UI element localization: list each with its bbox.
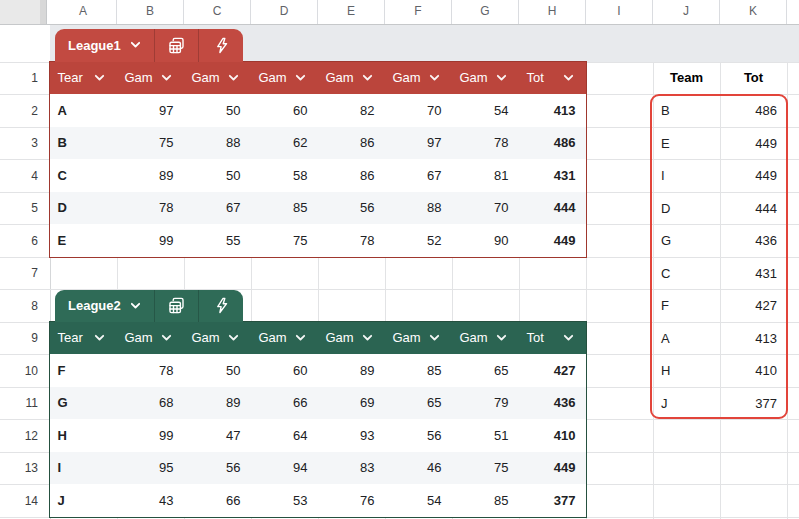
league2-col-header-6[interactable]: Gam bbox=[452, 322, 519, 355]
league2-cell-r3-c1[interactable]: 95 bbox=[117, 460, 184, 475]
row-header-14[interactable]: 14 bbox=[0, 485, 38, 518]
league2-cell-r1-c0[interactable]: G bbox=[50, 395, 117, 410]
league2-cell-r4-c2[interactable]: 66 bbox=[184, 493, 251, 508]
column-header-F[interactable]: F bbox=[385, 0, 452, 24]
league2-cell-r3-c5[interactable]: 46 bbox=[385, 460, 452, 475]
league2-cell-r0-c5[interactable]: 85 bbox=[385, 363, 452, 378]
league1-col-header-6[interactable]: Gam bbox=[452, 62, 519, 95]
summary-cell-total-4[interactable]: 436 bbox=[720, 233, 787, 248]
league2-cell-r1-c6[interactable]: 79 bbox=[452, 395, 519, 410]
league2-cell-r4-c7[interactable]: 377 bbox=[519, 493, 586, 508]
league2-cell-r2-c7[interactable]: 410 bbox=[519, 428, 586, 443]
league1-cell-r3-c5[interactable]: 88 bbox=[385, 200, 452, 215]
league1-cell-r3-c3[interactable]: 85 bbox=[251, 200, 318, 215]
league2-cell-r0-c6[interactable]: 65 bbox=[452, 363, 519, 378]
league1-cell-r2-c4[interactable]: 86 bbox=[318, 168, 385, 183]
league1-cell-r1-c7[interactable]: 486 bbox=[519, 135, 586, 150]
league2-cell-r2-c3[interactable]: 64 bbox=[251, 428, 318, 443]
league2-table-menu-button[interactable] bbox=[154, 290, 199, 323]
league2-cell-r4-c6[interactable]: 85 bbox=[452, 493, 519, 508]
league2-col-header-2[interactable]: Gam bbox=[184, 322, 251, 355]
league1-cell-r2-c5[interactable]: 67 bbox=[385, 168, 452, 183]
summary-cell-team-9[interactable]: J bbox=[653, 396, 720, 411]
league2-cell-r2-c5[interactable]: 56 bbox=[385, 428, 452, 443]
league1-cell-r3-c2[interactable]: 67 bbox=[184, 200, 251, 215]
league1-cell-r1-c2[interactable]: 88 bbox=[184, 135, 251, 150]
row-header-5[interactable]: 5 bbox=[0, 192, 38, 225]
summary-cell-total-1[interactable]: 449 bbox=[720, 136, 787, 151]
league2-cell-r1-c5[interactable]: 65 bbox=[385, 395, 452, 410]
column-header-B[interactable]: B bbox=[117, 0, 184, 24]
league2-col-header-4[interactable]: Gam bbox=[318, 322, 385, 355]
league1-cell-r2-c3[interactable]: 58 bbox=[251, 168, 318, 183]
league1-cell-r2-c0[interactable]: C bbox=[50, 168, 117, 183]
summary-cell-team-7[interactable]: A bbox=[653, 331, 720, 346]
league2-col-header-5[interactable]: Gam bbox=[385, 322, 452, 355]
summary-cell-team-2[interactable]: I bbox=[653, 168, 720, 183]
row-header-11[interactable]: 11 bbox=[0, 387, 38, 420]
league1-cell-r3-c7[interactable]: 444 bbox=[519, 200, 586, 215]
league2-cell-r4-c1[interactable]: 43 bbox=[117, 493, 184, 508]
league2-cell-r2-c2[interactable]: 47 bbox=[184, 428, 251, 443]
summary-cell-team-6[interactable]: F bbox=[653, 298, 720, 313]
summary-cell-total-6[interactable]: 427 bbox=[720, 298, 787, 313]
column-header-G[interactable]: G bbox=[452, 0, 519, 24]
summary-cell-total-5[interactable]: 431 bbox=[720, 266, 787, 281]
league1-cell-r3-c0[interactable]: D bbox=[50, 200, 117, 215]
league2-flash-button[interactable] bbox=[198, 290, 243, 323]
league1-cell-r4-c1[interactable]: 99 bbox=[117, 233, 184, 248]
league1-cell-r4-c2[interactable]: 55 bbox=[184, 233, 251, 248]
league1-tab-name-button[interactable]: League1 bbox=[55, 29, 154, 62]
league1-cell-r0-c5[interactable]: 70 bbox=[385, 103, 452, 118]
league1-cell-r1-c3[interactable]: 62 bbox=[251, 135, 318, 150]
league2-cell-r4-c4[interactable]: 76 bbox=[318, 493, 385, 508]
row-header-7[interactable]: 7 bbox=[0, 257, 38, 290]
column-header-J[interactable]: J bbox=[653, 0, 720, 24]
column-header-I[interactable]: I bbox=[586, 0, 653, 24]
row-header-4[interactable]: 4 bbox=[0, 160, 38, 193]
row-header-10[interactable]: 10 bbox=[0, 355, 38, 388]
league1-cell-r0-c0[interactable]: A bbox=[50, 103, 117, 118]
league2-col-header-7[interactable]: Tot bbox=[519, 322, 586, 355]
league1-col-header-5[interactable]: Gam bbox=[385, 62, 452, 95]
league2-cell-r4-c0[interactable]: J bbox=[50, 493, 117, 508]
column-header-C[interactable]: C bbox=[184, 0, 251, 24]
league1-cell-r4-c0[interactable]: E bbox=[50, 233, 117, 248]
column-header-E[interactable]: E bbox=[318, 0, 385, 24]
league2-cell-r3-c2[interactable]: 56 bbox=[184, 460, 251, 475]
league1-cell-r0-c4[interactable]: 82 bbox=[318, 103, 385, 118]
league1-col-header-0[interactable]: Tear bbox=[50, 62, 117, 95]
league2-cell-r1-c3[interactable]: 66 bbox=[251, 395, 318, 410]
league1-cell-r4-c5[interactable]: 52 bbox=[385, 233, 452, 248]
league2-cell-r3-c6[interactable]: 75 bbox=[452, 460, 519, 475]
league1-cell-r1-c4[interactable]: 86 bbox=[318, 135, 385, 150]
league1-cell-r2-c2[interactable]: 50 bbox=[184, 168, 251, 183]
league1-cell-r1-c6[interactable]: 78 bbox=[452, 135, 519, 150]
row-header-3[interactable]: 3 bbox=[0, 127, 38, 160]
league2-cell-r1-c7[interactable]: 436 bbox=[519, 395, 586, 410]
row-header-12[interactable]: 12 bbox=[0, 420, 38, 453]
summary-cell-team-4[interactable]: G bbox=[653, 233, 720, 248]
row-header-9[interactable]: 9 bbox=[0, 322, 38, 355]
column-header-A[interactable]: A bbox=[50, 0, 117, 24]
league2-cell-r0-c3[interactable]: 60 bbox=[251, 363, 318, 378]
summary-cell-total-7[interactable]: 413 bbox=[720, 331, 787, 346]
league2-cell-r3-c0[interactable]: I bbox=[50, 460, 117, 475]
column-header-D[interactable]: D bbox=[251, 0, 318, 24]
league2-col-header-0[interactable]: Tear bbox=[50, 322, 117, 355]
league2-cell-r0-c0[interactable]: F bbox=[50, 363, 117, 378]
summary-cell-total-0[interactable]: 486 bbox=[720, 103, 787, 118]
summary-cell-total-3[interactable]: 444 bbox=[720, 201, 787, 216]
row-header-2[interactable]: 2 bbox=[0, 95, 38, 128]
league1-cell-r4-c6[interactable]: 90 bbox=[452, 233, 519, 248]
league2-cell-r1-c2[interactable]: 89 bbox=[184, 395, 251, 410]
row-header-8[interactable]: 8 bbox=[0, 290, 38, 323]
select-all-corner[interactable] bbox=[0, 0, 47, 24]
league1-cell-r0-c3[interactable]: 60 bbox=[251, 103, 318, 118]
league2-tab-name-button[interactable]: League2 bbox=[55, 290, 154, 323]
league1-cell-r3-c6[interactable]: 70 bbox=[452, 200, 519, 215]
league1-cell-r4-c4[interactable]: 78 bbox=[318, 233, 385, 248]
league1-col-header-1[interactable]: Gam bbox=[117, 62, 184, 95]
league1-col-header-7[interactable]: Tot bbox=[519, 62, 586, 95]
league2-cell-r2-c0[interactable]: H bbox=[50, 428, 117, 443]
